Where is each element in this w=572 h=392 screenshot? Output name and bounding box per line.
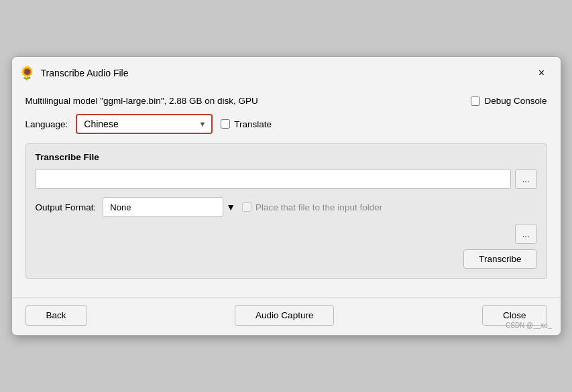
- debug-console-label: Debug Console: [484, 96, 547, 106]
- output-browse-button[interactable]: ...: [515, 224, 537, 244]
- transcribe-section: Transcribe File ... Output Format: None …: [25, 143, 547, 279]
- dialog-title: Transcribe Audio File: [41, 68, 527, 78]
- output-file-row: ...: [36, 224, 537, 244]
- model-info-text: Multilingual model "ggml-large.bin", 2.8…: [25, 96, 258, 106]
- translate-checkbox[interactable]: [221, 119, 230, 129]
- footer: Back Audio Capture Close: [12, 298, 561, 335]
- debug-console-checkbox[interactable]: [471, 96, 480, 106]
- language-select[interactable]: Auto Detect Chinese English French Germa…: [77, 115, 211, 133]
- language-label: Language:: [25, 119, 68, 129]
- file-input-row: ...: [36, 169, 537, 189]
- translate-label: Translate: [234, 119, 272, 129]
- transcribe-browse-button[interactable]: ...: [515, 169, 537, 189]
- dialog-content: Multilingual model "ggml-large.bin", 2.8…: [12, 86, 561, 298]
- section-title: Transcribe File: [36, 152, 537, 162]
- info-row: Multilingual model "ggml-large.bin", 2.8…: [25, 96, 547, 106]
- debug-console-row: Debug Console: [471, 96, 547, 106]
- output-format-select[interactable]: None txt srt vtt: [103, 197, 223, 217]
- language-select-container: Auto Detect Chinese English French Germa…: [76, 114, 213, 134]
- output-format-select-wrapper: None txt srt vtt ▼: [103, 197, 235, 217]
- footer-left: Back: [25, 305, 87, 326]
- transcribe-button-row: Transcribe: [36, 249, 537, 269]
- place-folder-label: Place that file to the input folder: [255, 202, 382, 212]
- back-button[interactable]: Back: [25, 305, 87, 326]
- app-icon: 🌻: [19, 65, 36, 81]
- language-row: Language: Auto Detect Chinese English Fr…: [25, 114, 547, 134]
- output-format-row: Output Format: None txt srt vtt ▼ Place …: [36, 197, 537, 217]
- place-folder-checkbox[interactable]: [242, 202, 251, 212]
- close-title-button[interactable]: ×: [532, 64, 551, 82]
- output-format-chevron-icon: ▼: [226, 202, 235, 212]
- transcribe-button[interactable]: Transcribe: [463, 249, 536, 269]
- audio-capture-button[interactable]: Audio Capture: [235, 305, 334, 326]
- title-bar: 🌻 Transcribe Audio File ×: [12, 57, 561, 86]
- output-format-label: Output Format:: [36, 202, 97, 212]
- translate-row: Translate: [221, 119, 272, 129]
- transcribe-file-input[interactable]: [36, 169, 511, 189]
- language-select-wrapper: Auto Detect Chinese English French Germa…: [77, 115, 211, 133]
- place-folder-row: Place that file to the input folder: [242, 202, 382, 212]
- watermark-text: CSDN @__xu_: [506, 322, 552, 329]
